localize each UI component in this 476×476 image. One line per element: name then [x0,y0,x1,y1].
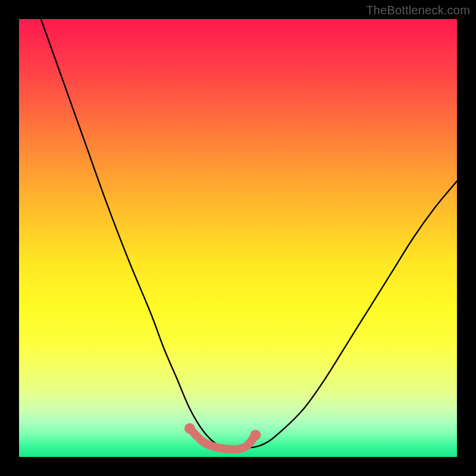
highlight-endpoint [184,423,195,434]
bottleneck-curve [41,19,457,449]
highlight-endpoint [250,430,261,440]
highlight-segment [184,423,261,449]
chart-frame: TheBottleneck.com [0,0,476,476]
watermark-text: TheBottleneck.com [366,4,470,17]
plot-area [19,19,457,457]
curve-layer [19,19,457,457]
